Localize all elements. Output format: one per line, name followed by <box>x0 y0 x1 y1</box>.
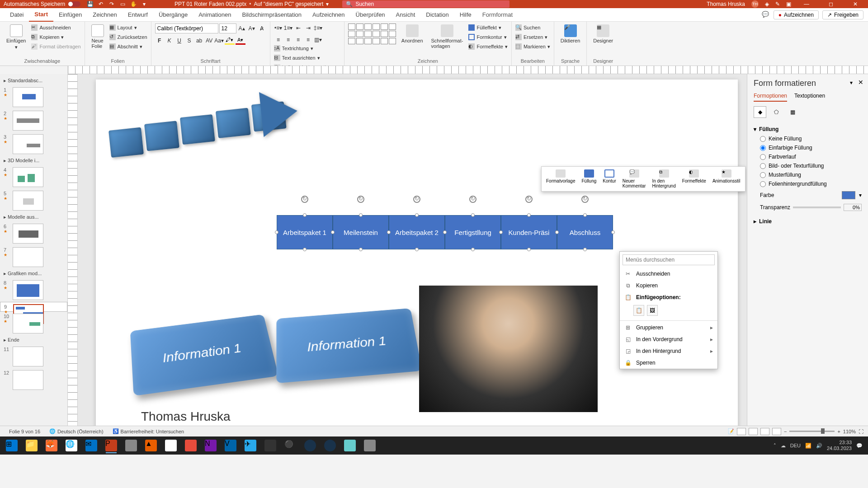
tab-zeichnen[interactable]: Zeichnen <box>87 8 122 22</box>
taskbar-app[interactable] <box>261 438 279 453</box>
new-slide-button[interactable]: Neue Folie <box>89 23 107 50</box>
thumb-10[interactable]: 10★ <box>0 312 67 335</box>
taskbar-app[interactable] <box>162 438 180 453</box>
pane-tab-size-icon[interactable]: ▦ <box>786 106 799 118</box>
decrease-font-icon[interactable]: A▾ <box>247 24 256 33</box>
taskbar-chrome[interactable]: 🌐 <box>62 438 80 453</box>
pane-options-icon[interactable]: ▾ <box>850 80 853 86</box>
timeline-box-3[interactable]: Arbeitspaket 2 <box>389 215 445 249</box>
fill-none[interactable]: Keine Füllung <box>754 134 862 143</box>
tab-datei[interactable]: Datei <box>5 8 29 22</box>
spacing-button[interactable]: AV <box>205 36 214 45</box>
taskbar-app[interactable] <box>341 438 359 453</box>
section-header[interactable]: ▸ 3D Modelle i... <box>0 156 67 165</box>
maximize-button[interactable]: ◻ <box>822 0 840 8</box>
ctx-cut[interactable]: ✂Ausschneiden <box>620 268 717 280</box>
arrow-3d-shape[interactable] <box>107 92 311 175</box>
mtb-kommentar[interactable]: 💬Neuer Kommentar <box>620 169 649 189</box>
shape-effects-button[interactable]: ◐Formeffekte▾ <box>468 42 508 51</box>
align-text-button[interactable]: ⊟Text ausrichten▾ <box>274 54 340 62</box>
taskbar-app[interactable] <box>321 438 339 453</box>
zoom-out-button[interactable]: − <box>784 429 787 434</box>
pane-tab-fill-icon[interactable]: ◆ <box>754 106 766 118</box>
doc-dropdown-icon[interactable]: ▾ <box>326 1 329 7</box>
timeline-box-5[interactable]: Kunden-Präsi <box>501 215 557 249</box>
tab-bildschirm[interactable]: Bildschirmpräsentation <box>236 8 307 22</box>
undo-icon[interactable]: ↶ <box>98 1 104 7</box>
minimize-button[interactable]: — <box>797 0 816 8</box>
tab-uebergaenge[interactable]: Übergänge <box>153 8 193 22</box>
taskbar-explorer[interactable]: 📁 <box>23 438 41 453</box>
section-button[interactable]: ▤Abschnitt▾ <box>109 42 147 51</box>
thumb-8[interactable]: 8★ <box>0 278 67 302</box>
indent-decrease-button[interactable]: ⇤ <box>294 23 303 33</box>
fill-effect-button[interactable]: Fülleffekt▾ <box>468 23 508 32</box>
font-size[interactable]: 12 <box>219 23 236 33</box>
slideshow-start-icon[interactable]: ▭ <box>119 1 126 7</box>
mtb-hintergrund[interactable]: ⧉In den Hintergrund <box>649 169 678 189</box>
align-left-button[interactable]: ≡ <box>274 35 283 44</box>
touch-mode-icon[interactable]: ✋ <box>130 1 137 7</box>
thumb-2[interactable]: 2★ <box>0 109 67 132</box>
timeline-box-4[interactable]: Fertigstllung <box>445 215 501 249</box>
tray-volume-icon[interactable]: 🔊 <box>816 443 822 449</box>
zoom-slider[interactable] <box>789 431 835 432</box>
ctx-paste-picture[interactable]: 🖼 <box>647 305 658 316</box>
bold-button[interactable]: F <box>155 36 164 45</box>
fit-window-icon[interactable]: ⛶ <box>859 429 863 434</box>
autosave-toggle[interactable]: Automatisches Speichern <box>4 1 80 7</box>
author-text[interactable]: Thomas Hruska <box>141 409 231 424</box>
slide-thumbnails[interactable]: ▸ Standardabsc... 1★ 2★ 3★ ▸ 3D Modelle … <box>0 74 68 426</box>
dictate-button[interactable]: 🎤Diktieren <box>558 23 583 44</box>
thumb-11[interactable]: 11 <box>0 345 67 368</box>
tray-clock[interactable]: 23:3324.03.2023 <box>827 440 852 451</box>
taskbar-vscode[interactable]: V <box>222 438 240 453</box>
pane-section-fill[interactable]: ▾Füllung <box>754 124 862 134</box>
taskbar-obs[interactable]: ⚫ <box>281 438 299 453</box>
taskbar-vlc[interactable]: ▲ <box>142 438 160 453</box>
copy-button[interactable]: ⧉Kopieren▾ <box>31 33 80 41</box>
tray-chevron-icon[interactable]: ˄ <box>774 443 776 449</box>
mtb-fuellung[interactable]: Füllung <box>579 169 599 189</box>
shapes-gallery[interactable] <box>348 23 396 44</box>
strike-button[interactable]: S <box>185 36 194 45</box>
find-button[interactable]: 🔍Suchen <box>515 23 550 32</box>
bullets-button[interactable]: •≡▾ <box>274 23 283 33</box>
taskbar-app[interactable] <box>182 438 200 453</box>
zoom-in-button[interactable]: + <box>837 429 840 434</box>
tab-start[interactable]: Start <box>29 8 53 22</box>
taskbar-app[interactable] <box>301 438 319 453</box>
tab-ansicht[interactable]: Ansicht <box>391 8 421 22</box>
align-right-button[interactable]: ≡ <box>294 35 303 44</box>
fill-slide-bg[interactable]: Folienhintergrundfüllung <box>754 179 862 188</box>
thumb-6[interactable]: 6★ <box>0 222 67 245</box>
pen-icon[interactable]: ✎ <box>775 1 780 7</box>
cut-button[interactable]: ✂Ausschneiden <box>31 23 80 32</box>
view-slideshow-icon[interactable] <box>772 428 781 435</box>
transparency-slider[interactable] <box>793 206 841 208</box>
highlight-button[interactable]: 🖍▾ <box>225 37 235 45</box>
fill-color-dropdown-icon[interactable]: ▾ <box>859 192 862 198</box>
taskbar-telegram[interactable]: ✈ <box>241 438 259 453</box>
user-name[interactable]: Thomas Hruska <box>707 1 745 7</box>
tray-wifi-icon[interactable]: 📶 <box>805 443 811 449</box>
taskbar-app[interactable] <box>122 438 140 453</box>
thumb-9[interactable]: 9★ <box>0 302 67 312</box>
tray-onedrive-icon[interactable]: ☁ <box>781 443 786 449</box>
mtb-animationsstil[interactable]: ★Animationsstil <box>710 169 743 189</box>
case-button[interactable]: Aa▾ <box>215 36 224 45</box>
tab-einfuegen[interactable]: Einfügen <box>53 8 87 22</box>
taskbar-firefox[interactable]: 🦊 <box>42 438 61 453</box>
search-box[interactable]: 🔍 Suchen <box>342 0 509 8</box>
taskbar-outlook[interactable]: ✉ <box>82 438 100 453</box>
qat-more-icon[interactable]: ▾ <box>141 1 147 7</box>
font-color-button[interactable]: A▾ <box>236 37 245 45</box>
tray-notifications-icon[interactable]: 💬 <box>856 443 863 449</box>
ruler-vertical[interactable] <box>68 74 78 426</box>
mtb-formeffekte[interactable]: ◐Formeffekte <box>679 169 709 189</box>
underline-button[interactable]: U <box>175 36 184 45</box>
status-slide[interactable]: Folie 9 von 16 <box>5 429 45 434</box>
timeline-box-6[interactable]: Abschluss <box>557 215 613 249</box>
comments-icon[interactable]: 💬 <box>762 11 770 19</box>
replace-button[interactable]: ⇄Ersetzen▾ <box>515 33 550 41</box>
